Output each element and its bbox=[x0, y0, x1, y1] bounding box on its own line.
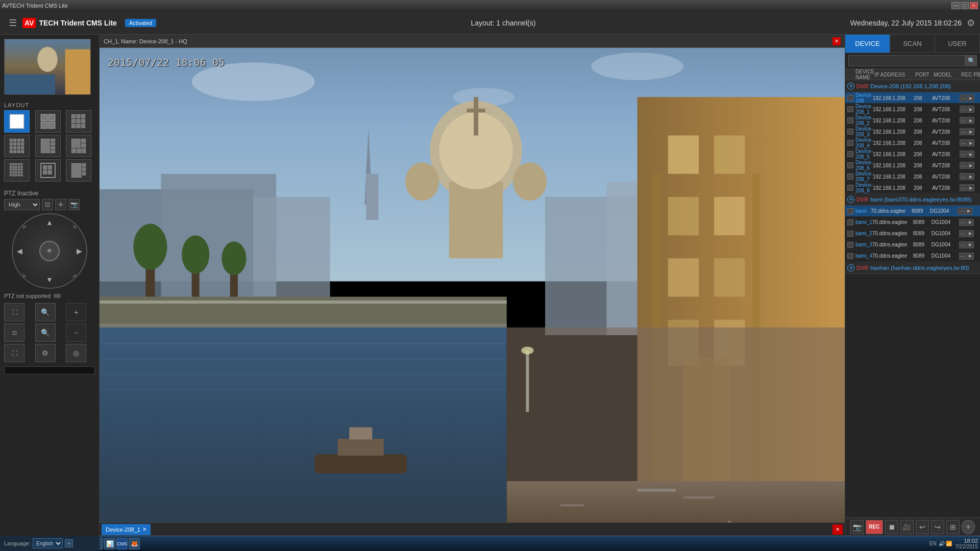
device-row-bami-4[interactable]: bami_4 70.ddns.eaglee 8089 DG1004 — ▶ bbox=[845, 251, 980, 262]
layout-2x2[interactable] bbox=[35, 110, 61, 133]
tab-device[interactable]: DEVICE bbox=[845, 35, 890, 53]
row-minus-btn[interactable]: — bbox=[960, 184, 967, 191]
taskbar-firefox-icon[interactable]: 🦊 bbox=[129, 538, 140, 549]
row-minus-btn[interactable]: — bbox=[960, 106, 967, 113]
maximize-button[interactable]: □ bbox=[961, 2, 969, 9]
row-checkbox[interactable] bbox=[847, 95, 853, 101]
layout-3x3[interactable] bbox=[66, 110, 91, 133]
row-checkbox[interactable] bbox=[847, 208, 853, 214]
grid-button[interactable]: ⊞ bbox=[946, 520, 960, 534]
ptz-snapshot-icon[interactable]: 📷 bbox=[68, 199, 80, 210]
row-checkbox[interactable] bbox=[847, 129, 853, 135]
record-button[interactable]: REC bbox=[866, 520, 883, 534]
row-checkbox[interactable] bbox=[847, 106, 853, 112]
row-minus-btn[interactable]: — bbox=[958, 208, 965, 215]
stop-button[interactable]: ⏹ bbox=[885, 520, 898, 534]
window-controls[interactable]: — □ ✕ bbox=[951, 2, 978, 9]
device-row-208-3[interactable]: Device-208_3 192.168.1.208 208 AVT208 — … bbox=[845, 126, 980, 137]
ptz-config-icon[interactable]: ⊡ bbox=[42, 199, 53, 210]
zoom-actual-button[interactable]: ⊡ bbox=[4, 323, 24, 342]
row-checkbox[interactable] bbox=[847, 140, 853, 146]
row-minus-btn[interactable]: — bbox=[959, 219, 966, 226]
ptz-right-arrow[interactable]: ▶ bbox=[77, 247, 82, 255]
zoom-fit-button[interactable]: ⛶ bbox=[4, 303, 24, 321]
zoom-out-minus[interactable]: − bbox=[66, 323, 86, 342]
device-row-208-1[interactable]: Device-208_1 192.168.1.208 208 AVT208 — … bbox=[845, 104, 980, 115]
row-checkbox[interactable] bbox=[847, 253, 853, 259]
device-row-208-2[interactable]: Device-208_2 192.168.1.208 208 AVT208 — … bbox=[845, 115, 980, 126]
snapshot-button[interactable]: 📷 bbox=[850, 520, 864, 534]
search-input[interactable] bbox=[848, 55, 966, 66]
device-row-bami-3[interactable]: bami_3 70.ddns.eaglee 8089 DG1004 — ▶ bbox=[845, 239, 980, 251]
row-minus-btn[interactable]: — bbox=[960, 128, 967, 135]
language-add-button[interactable]: + bbox=[65, 539, 73, 547]
taskbar-cms-icon[interactable]: CMS bbox=[116, 538, 128, 549]
row-play-btn[interactable]: ▶ bbox=[967, 151, 974, 158]
zoom-out-button[interactable]: 🔍 bbox=[35, 323, 56, 342]
row-play-btn[interactable]: ▶ bbox=[967, 184, 974, 191]
row-checkbox[interactable] bbox=[847, 151, 853, 157]
ptz-up-arrow[interactable]: ▲ bbox=[46, 218, 53, 227]
device-row-208[interactable]: Device-208 192.168.1.208 208 AVT208 — ▶ bbox=[845, 92, 980, 104]
ptz-move-icon[interactable]: ✛ bbox=[55, 199, 66, 210]
device-row-bami-1[interactable]: bami_1 70.ddns.eaglee 8089 DG1004 — ▶ bbox=[845, 217, 980, 228]
row-minus-btn[interactable]: — bbox=[959, 253, 966, 260]
row-play-btn[interactable]: ▶ bbox=[967, 94, 974, 102]
row-minus-btn[interactable]: — bbox=[960, 117, 967, 124]
language-select[interactable]: English bbox=[33, 538, 63, 548]
ptz-joystick[interactable]: ▲ ▼ ◀ ▶ ◤ ◥ ◣ ◢ 👁 bbox=[12, 213, 87, 289]
device-row-208-7[interactable]: Device-208_7 192.168.1.208 208 AVT208 — … bbox=[845, 171, 980, 182]
video-tab-device208[interactable]: Device-208_1 ✕ bbox=[102, 524, 151, 535]
ptz-quality-select[interactable]: High Medium Low bbox=[4, 199, 40, 210]
row-play-btn[interactable]: ▶ bbox=[967, 219, 974, 226]
camera-button[interactable]: 🎥 bbox=[900, 520, 914, 534]
settings-icon[interactable]: ⚙ bbox=[967, 17, 975, 29]
row-checkbox[interactable] bbox=[847, 117, 853, 123]
ptz-left-arrow[interactable]: ◀ bbox=[17, 247, 22, 255]
search-button[interactable]: 🔍 bbox=[966, 55, 977, 66]
layout-custom2[interactable] bbox=[66, 135, 91, 157]
close-button[interactable]: ✕ bbox=[970, 2, 978, 9]
row-minus-btn[interactable]: — bbox=[960, 162, 967, 169]
ptz-center-button[interactable]: 👁 bbox=[39, 241, 60, 261]
row-minus-btn[interactable]: — bbox=[960, 139, 967, 146]
row-play-btn[interactable]: ▶ bbox=[967, 173, 974, 180]
row-checkbox[interactable] bbox=[847, 173, 853, 180]
row-play-btn[interactable]: ▶ bbox=[967, 253, 974, 260]
row-minus-btn[interactable]: — bbox=[959, 230, 966, 237]
row-play-btn[interactable]: ▶ bbox=[967, 117, 974, 124]
video-tab-close[interactable]: ✕ bbox=[142, 527, 146, 532]
row-play-btn[interactable]: ▶ bbox=[967, 241, 974, 248]
taskbar-office-icon[interactable]: 📊 bbox=[104, 538, 115, 549]
device-row-208-6[interactable]: Device-208_6 192.168.1.208 208 AVT208 — … bbox=[845, 160, 980, 171]
row-play-btn[interactable]: ▶ bbox=[967, 128, 974, 135]
add-button[interactable]: + bbox=[962, 520, 975, 534]
row-checkbox[interactable] bbox=[847, 231, 853, 237]
row-minus-btn[interactable]: — bbox=[959, 241, 966, 248]
device-row-208-4[interactable]: Device-208_4 192.168.1.208 208 AVT208 — … bbox=[845, 137, 980, 148]
zoom-in-button[interactable]: 🔍 bbox=[35, 303, 56, 321]
row-checkbox[interactable] bbox=[847, 219, 853, 226]
row-play-btn[interactable]: ▶ bbox=[965, 208, 972, 215]
video-close-button[interactable]: ✕ bbox=[832, 37, 841, 45]
minimize-button[interactable]: — bbox=[951, 2, 960, 9]
row-checkbox[interactable] bbox=[847, 162, 853, 168]
tab-scan[interactable]: SCAN bbox=[890, 35, 935, 53]
rewind-button[interactable]: ↩ bbox=[916, 520, 929, 534]
position-slider[interactable] bbox=[4, 366, 95, 374]
layout-1x1[interactable] bbox=[4, 110, 30, 133]
device-row-bami[interactable]: bami 70.ddns.eaglee 8089 DG1004 — ▶ bbox=[845, 206, 980, 217]
tab-user[interactable]: USER bbox=[935, 35, 980, 53]
layout-custom1[interactable] bbox=[35, 135, 61, 157]
layout-5x5[interactable] bbox=[4, 159, 30, 182]
forward-button[interactable]: ↪ bbox=[931, 520, 944, 534]
video-feed[interactable]: 2015/07/22 18:06 05 bbox=[100, 48, 845, 522]
row-play-btn[interactable]: ▶ bbox=[967, 230, 974, 237]
device-row-bami-2[interactable]: bami_2 70.ddns.eaglee 8089 DG1004 — ▶ bbox=[845, 228, 980, 239]
menu-icon[interactable]: ☰ bbox=[5, 15, 20, 31]
fullscreen-button[interactable]: ⛶ bbox=[4, 344, 24, 362]
layout-custom4[interactable] bbox=[66, 159, 91, 182]
row-minus-btn[interactable]: — bbox=[960, 173, 967, 180]
ptz-down-arrow[interactable]: ▼ bbox=[46, 276, 53, 284]
layout-custom3[interactable] bbox=[35, 159, 61, 182]
